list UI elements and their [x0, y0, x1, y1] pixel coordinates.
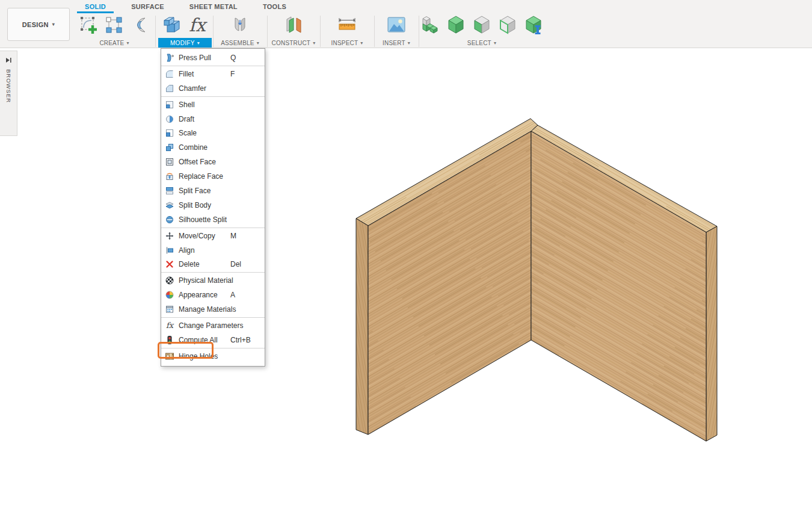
design-label: DESIGN	[22, 21, 49, 28]
menu-item-physical-material[interactable]: Physical Material	[161, 273, 265, 288]
fillet-icon	[165, 69, 174, 79]
chamfer-icon	[165, 84, 174, 93]
toolbar-tabs: SOLID SURFACE SHEET METAL TOOLS	[72, 0, 299, 13]
measure-icon[interactable]	[336, 16, 358, 36]
move-copy-icon	[165, 231, 174, 241]
modify-group-label[interactable]: MODIFY▾	[158, 38, 212, 48]
tab-surface[interactable]: SURFACE	[118, 0, 177, 13]
menu-separator	[161, 317, 265, 318]
chevron-down-icon: ▾	[494, 40, 496, 46]
draft-icon	[165, 114, 174, 124]
group-inspect: INSPECT▾	[320, 13, 374, 48]
scale-icon	[165, 128, 174, 138]
menu-item-delete[interactable]: Delete Del	[161, 257, 265, 271]
menu-item-manage-materials[interactable]: Manage Materials	[161, 302, 265, 317]
press-pull-big-icon[interactable]	[162, 16, 183, 37]
menu-item-move-copy[interactable]: Move/Copy M	[161, 229, 265, 243]
split-body-icon	[165, 200, 174, 210]
expand-arrow-icon[interactable]	[5, 55, 11, 66]
menu-separator	[161, 272, 265, 273]
insert-group-label[interactable]: INSERT▾	[374, 38, 419, 48]
group-create: CREATE▾	[73, 13, 155, 48]
tab-tools[interactable]: TOOLS	[250, 0, 299, 13]
hinge-holes-highlight	[158, 342, 214, 359]
combine-icon	[165, 143, 174, 152]
assemble-group-label[interactable]: ASSEMBLE▾	[213, 38, 267, 48]
tab-solid[interactable]: SOLID	[72, 0, 118, 13]
wood-corner-model	[356, 119, 717, 441]
left-panel-end-face[interactable]	[356, 218, 368, 435]
menu-item-replace-face[interactable]: Replace Face	[161, 169, 265, 184]
chevron-down-icon: ▾	[257, 40, 259, 46]
rectangular-pattern-icon[interactable]	[104, 15, 123, 37]
delete-icon	[165, 259, 174, 269]
menu-item-scale[interactable]: Scale	[161, 126, 265, 140]
select-edge-icon[interactable]	[497, 14, 518, 38]
group-construct: CONSTRUCT▾	[267, 13, 320, 48]
design-workspace-button[interactable]: DESIGN ▾	[7, 8, 70, 41]
tab-sheet-metal[interactable]: SHEET METAL	[177, 0, 250, 13]
menu-item-chamfer[interactable]: Chamfer	[161, 81, 265, 96]
press-pull-icon	[165, 53, 174, 63]
menu-item-draft[interactable]: Draft	[161, 112, 265, 126]
menu-item-change-parameters[interactable]: fx Change Parameters	[161, 318, 265, 333]
chevron-down-icon: ▾	[313, 40, 315, 46]
select-face-icon[interactable]	[471, 14, 493, 38]
wood-panel-left	[356, 119, 538, 435]
menu-separator	[161, 228, 265, 228]
shell-icon	[165, 100, 174, 110]
select-group-label[interactable]: SELECT▾	[419, 38, 545, 48]
menu-item-silhouette-split[interactable]: Silhouette Split	[161, 212, 265, 227]
menu-item-shell[interactable]: Shell	[161, 98, 265, 112]
select-solid-icon[interactable]	[445, 14, 467, 38]
insert-image-icon[interactable]	[386, 16, 407, 36]
group-insert: INSERT▾	[374, 13, 419, 48]
menu-item-split-face[interactable]: Split Face	[161, 184, 265, 198]
replace-face-icon	[165, 172, 174, 181]
browser-panel-collapsed[interactable]: BROWSER	[0, 51, 17, 136]
construction-plane-icon[interactable]	[283, 14, 304, 37]
menu-item-combine[interactable]: Combine	[161, 140, 265, 155]
menu-item-align[interactable]: Align	[161, 243, 265, 258]
group-select: SELECT▾	[419, 13, 545, 48]
create-group-label[interactable]: CREATE▾	[73, 38, 155, 48]
change-parameters-big-icon[interactable]: fx	[189, 16, 206, 37]
wood-panel-right	[531, 125, 717, 441]
create-sketch-icon[interactable]	[79, 15, 98, 37]
browser-panel-label: BROWSER	[5, 69, 12, 103]
chevron-down-icon: ▾	[126, 40, 129, 46]
ribbon-header: DESIGN ▾ SOLID SURFACE SHEET METAL TOOLS	[0, 0, 812, 48]
physical-material-icon	[165, 276, 174, 285]
change-parameters-icon: fx	[165, 321, 174, 330]
offset-face-icon	[165, 157, 174, 167]
menu-item-press-pull[interactable]: Press Pull Q	[161, 51, 265, 65]
right-panel-end-face[interactable]	[706, 226, 717, 441]
menu-separator	[161, 66, 265, 66]
chevron-down-icon: ▾	[52, 22, 55, 27]
select-body-icon[interactable]	[419, 14, 441, 38]
menu-item-fillet[interactable]: Fillet F	[161, 67, 265, 81]
group-modify: fx MODIFY▾	[155, 13, 213, 48]
sweep-icon[interactable]	[129, 16, 150, 36]
chevron-down-icon: ▾	[408, 40, 410, 46]
split-face-icon	[165, 186, 174, 196]
menu-item-split-body[interactable]: Split Body	[161, 198, 265, 212]
menu-item-offset-face[interactable]: Offset Face	[161, 155, 265, 169]
silhouette-split-icon	[165, 215, 174, 224]
joint-icon[interactable]	[230, 14, 250, 37]
construct-group-label[interactable]: CONSTRUCT▾	[267, 38, 320, 48]
manage-materials-icon	[165, 305, 174, 314]
viewport-canvas[interactable]	[0, 0, 812, 517]
modify-dropdown-menu: Press Pull Q Fillet F Chamfer Shell Draf…	[161, 48, 265, 367]
chevron-down-icon: ▾	[197, 40, 200, 46]
menu-item-appearance[interactable]: Appearance A	[161, 288, 265, 302]
inspect-group-label[interactable]: INSPECT▾	[320, 38, 374, 48]
align-icon	[165, 246, 174, 255]
group-assemble: ASSEMBLE▾	[213, 13, 267, 48]
chevron-down-icon: ▾	[360, 40, 363, 46]
menu-separator	[161, 96, 265, 97]
appearance-icon	[165, 290, 174, 300]
select-tool-icon[interactable]	[523, 14, 544, 38]
